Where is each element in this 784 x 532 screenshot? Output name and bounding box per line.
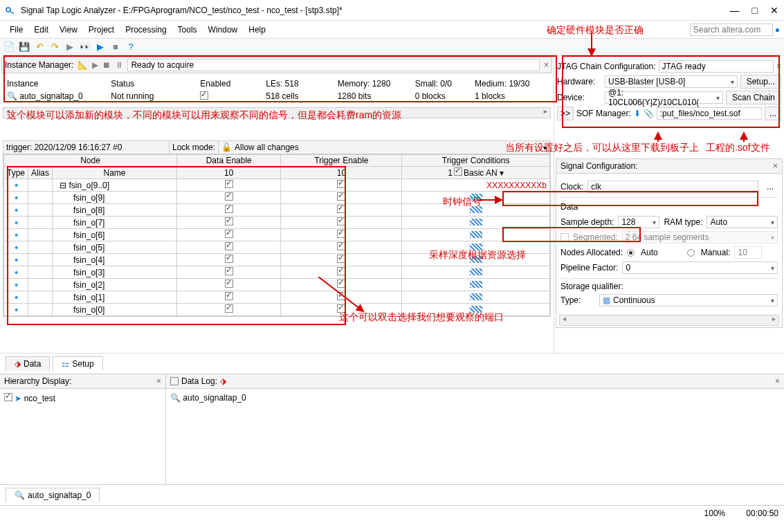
menu-tools[interactable]: Tools: [172, 24, 203, 36]
bottom-tabbar: 🔍 auto_signaltap_0: [0, 484, 784, 505]
titlebar: Signal Tap Logic Analyzer - E:/FPGAprogr…: [0, 0, 784, 21]
hierarchy-title: Hierarchy Display:: [4, 376, 71, 386]
nodes-manual-radio[interactable]: [687, 249, 695, 257]
new-icon[interactable]: 📄: [3, 41, 15, 53]
datalog-check[interactable]: [170, 377, 179, 385]
datalog-close[interactable]: ×: [775, 376, 780, 386]
status-pct: 100%: [704, 508, 726, 518]
redbox-instance: [3, 55, 557, 102]
binoculars-icon[interactable]: 👀: [79, 41, 91, 53]
redo-icon[interactable]: ↷: [48, 41, 61, 53]
lock-icon: 🔓: [221, 143, 232, 152]
pattern-icon[interactable]: [470, 231, 482, 238]
parent-cond[interactable]: XXXXXXXXXXb: [402, 179, 550, 192]
tab-instance-icon: 🔍: [15, 490, 25, 500]
hier-check[interactable]: [4, 393, 12, 401]
sigconf-close[interactable]: ×: [773, 161, 778, 171]
lock-mode-value[interactable]: 🔓 Allow all changes ▾: [219, 141, 550, 154]
data-section: Data Sample depth: 128 RAM type: Auto Se…: [560, 197, 778, 306]
pattern-icon[interactable]: [470, 268, 482, 275]
help-icon[interactable]: ?: [125, 41, 137, 53]
pipeline-label: Pipeline Factor:: [560, 263, 618, 273]
redbox-jtag: [562, 55, 780, 128]
menu-view[interactable]: View: [54, 24, 83, 36]
header-node: Node: [4, 155, 177, 167]
close-button[interactable]: ✕: [770, 5, 778, 16]
header-trigger-cond: Trigger Conditions: [402, 155, 550, 167]
trigger-timestamp: trigger: 2020/12/09 16:16:27 #0: [3, 141, 170, 154]
minimize-button[interactable]: —: [730, 5, 740, 16]
bottom-tab[interactable]: 🔍 auto_signaltap_0: [6, 488, 100, 502]
stop-icon[interactable]: ■: [109, 41, 122, 53]
header-tc-val[interactable]: 1Basic AN ▾: [402, 167, 550, 179]
redbox-nodes: [7, 166, 346, 325]
datalog-item[interactable]: auto_signaltap_0: [183, 393, 246, 403]
menu-help[interactable]: Help: [243, 24, 271, 36]
compile-icon[interactable]: ▶: [64, 41, 76, 53]
status-time: 00:00:50: [746, 508, 778, 518]
maximize-button[interactable]: □: [752, 5, 758, 16]
annot-hw-correct: 确定硬件模块是否正确: [547, 24, 644, 37]
menubar: File Edit View Project Processing Tools …: [0, 21, 784, 39]
instance-icon: 🔍: [170, 393, 181, 403]
tab-data[interactable]: ⬗Data: [6, 356, 50, 371]
lock-mode-label: Lock mode:: [170, 141, 219, 154]
module-icon: ➤: [15, 394, 21, 403]
header-data-enable: Data Enable: [177, 155, 281, 167]
hier-item[interactable]: nco_test: [24, 394, 55, 403]
menu-edit[interactable]: Edit: [28, 24, 54, 36]
pattern-icon[interactable]: [470, 293, 482, 300]
search-box: ●: [690, 24, 780, 36]
clock-browse[interactable]: ...: [763, 181, 778, 192]
annot-clock: 时钟信号: [443, 196, 482, 208]
view-tabs: ⬗Data ⚏Setup: [0, 353, 784, 374]
datalog-title: Data Log:: [181, 376, 217, 386]
save-icon[interactable]: 💾: [18, 41, 30, 53]
menu-processing[interactable]: Processing: [120, 24, 172, 36]
pattern-icon[interactable]: [470, 281, 482, 288]
sample-depth-label: Sample depth:: [560, 217, 614, 227]
window-title: Signal Tap Logic Analyzer - E:/FPGAprogr…: [21, 6, 730, 15]
app-icon: [6, 5, 17, 16]
storage-label: Storage qualifier:: [560, 282, 778, 291]
menu-window[interactable]: Window: [203, 24, 244, 36]
statusbar: 100% 00:00:50: [0, 505, 784, 520]
undo-icon[interactable]: ↶: [33, 41, 46, 53]
nodes-auto-radio[interactable]: [627, 249, 635, 257]
nodes-manual-field: 10: [734, 246, 762, 259]
datalog-panel: Data Log: ⬗ × 🔍 auto_signaltap_0: [166, 374, 784, 484]
annot-module: 这个模块可以添加新的模块，不同的模块可以用来观察不同的信号，但是都会耗费ram的…: [7, 109, 401, 122]
hierarchy-panel: Hierarchy Display: × ➤ nco_test: [0, 374, 166, 484]
clock-label: Clock:: [560, 182, 583, 192]
segmented-dropdown: 2 64 sample segments: [622, 231, 778, 244]
pipeline-dropdown[interactable]: 0: [622, 262, 778, 274]
annot-sample: 采样深度根据资源选择: [429, 249, 526, 262]
redbox-sample: [502, 227, 641, 242]
signal-config-panel: Signal Configuration: × Clock: clk ... D…: [556, 158, 783, 328]
ram-type-dropdown[interactable]: Auto: [706, 216, 778, 228]
sigconf-title: Signal Configuration:: [560, 161, 637, 171]
nodes-alloc-label: Nodes Allocated:: [560, 248, 623, 257]
hierarchy-close[interactable]: ×: [156, 376, 161, 386]
search-input[interactable]: [690, 24, 773, 36]
menu-project[interactable]: Project: [83, 24, 120, 36]
sigconf-scroll[interactable]: [559, 315, 779, 326]
annot-sof: 工程的.sof文件: [706, 142, 770, 154]
continuous-icon: ▦: [603, 295, 610, 305]
tab-setup[interactable]: ⚏Setup: [53, 356, 102, 371]
header-trigger-enable: Trigger Enable: [281, 155, 402, 167]
type-dropdown[interactable]: ▦ Continuous: [599, 294, 778, 306]
svg-line-1: [10, 11, 14, 14]
annot-port: 这个可以双击选择我们想要观察的端口: [339, 311, 504, 324]
menu-file[interactable]: File: [4, 24, 28, 36]
redbox-clock: [502, 191, 758, 206]
annot-download: 当所有设置好之后，可以从这里下载到板子上: [505, 142, 699, 154]
ram-type-label: RAM type:: [664, 217, 702, 227]
datalog-icon[interactable]: ⬗: [220, 376, 226, 386]
type-label: Type:: [560, 295, 595, 305]
run-icon[interactable]: ▶: [94, 41, 107, 53]
search-globe-icon[interactable]: ●: [775, 25, 780, 35]
toolbar: 📄 💾 ↶ ↷ ▶ 👀 ▶ ■ ?: [0, 39, 784, 55]
pattern-icon[interactable]: [470, 219, 482, 226]
